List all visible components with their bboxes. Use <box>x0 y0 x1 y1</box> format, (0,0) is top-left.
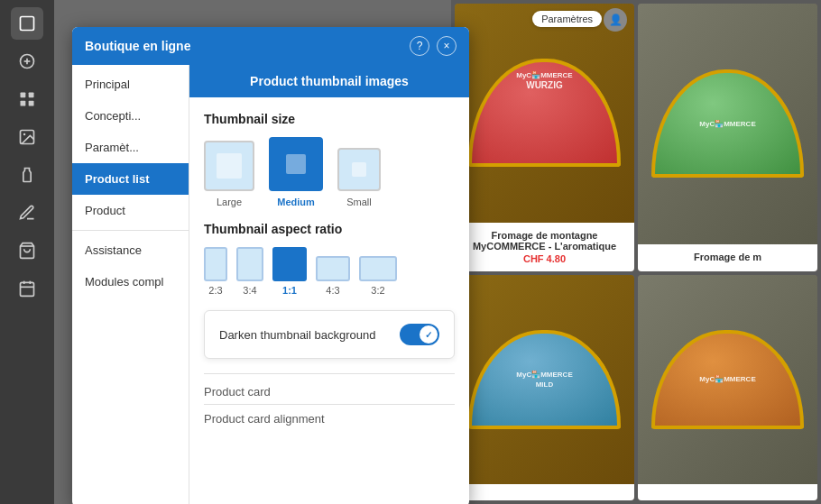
product-card: Paramètres 👤 MyC🏪MMERCE WURZIG Fromage d… <box>455 4 634 271</box>
nav-item-product-list[interactable]: Product list <box>72 163 189 195</box>
image-icon[interactable] <box>11 121 43 153</box>
left-toolbar <box>0 0 54 504</box>
close-button[interactable]: × <box>437 36 457 56</box>
tab-header: Product thumbnail images <box>189 65 469 97</box>
size-option-small[interactable]: Small <box>337 148 381 207</box>
svg-point-9 <box>23 133 25 136</box>
aspect-box-2-3 <box>204 247 227 281</box>
darken-toggle-label: Darken thumbnail background <box>219 328 375 342</box>
svg-rect-6 <box>21 101 26 106</box>
product-card-alignment-label: Product card alignment <box>204 412 455 426</box>
product-info-3 <box>455 484 634 500</box>
aspect-option-1-1[interactable]: 1:1 <box>272 247 307 296</box>
size-option-medium[interactable]: Medium <box>269 137 323 207</box>
aspect-ratio-title: Thumbnail aspect ratio <box>204 222 455 236</box>
size-box-medium-inner <box>286 154 306 174</box>
aspect-label-3-2: 3:2 <box>371 285 384 296</box>
size-options: Large Medium Small <box>204 137 455 207</box>
size-box-medium <box>269 137 323 191</box>
svg-rect-5 <box>29 93 34 98</box>
panel-header-actions: ? × <box>410 36 457 56</box>
product-image-4: MyC🏪MMERCE <box>638 275 817 485</box>
product-info-4 <box>638 484 817 500</box>
toggle-knob: ✓ <box>420 325 438 344</box>
main-area: Paramètres 👤 MyC🏪MMERCE WURZIG Fromage d… <box>54 0 821 504</box>
params-badge[interactable]: Paramètres <box>532 11 602 27</box>
product-info-2: Fromage de m <box>638 244 817 271</box>
bag-icon[interactable] <box>11 234 43 267</box>
size-box-large <box>204 141 254 191</box>
nav-item-paramet[interactable]: Paramèt... <box>72 132 189 163</box>
pen-icon[interactable] <box>11 197 43 229</box>
panel-header: Boutique en ligne ? × <box>72 27 469 65</box>
panel-body: Principal Concepti... Paramèt... Product… <box>72 65 469 504</box>
aspect-box-3-4 <box>236 247 263 281</box>
panel-content: Product thumbnail images Thumbnail size … <box>189 65 469 504</box>
size-option-large[interactable]: Large <box>204 141 254 207</box>
params-icon[interactable]: 👤 <box>604 8 627 32</box>
nav-item-principal[interactable]: Principal <box>72 69 189 100</box>
aspect-options: 2:3 3:4 1:1 4:3 <box>204 247 455 296</box>
svg-rect-4 <box>21 93 26 98</box>
size-label-small: Small <box>346 197 372 207</box>
size-label-medium: Medium <box>277 197 315 207</box>
aspect-label-1-1: 1:1 <box>282 285 297 296</box>
nav-item-assistance[interactable]: Assistance <box>72 234 189 266</box>
size-label-large: Large <box>217 197 242 207</box>
calendar-icon[interactable] <box>11 272 43 305</box>
product-card-section: Product card <box>204 373 455 399</box>
nav-item-modules[interactable]: Modules compl <box>72 266 189 298</box>
size-box-large-inner <box>217 153 242 179</box>
product-image-3: MyC🏪MMERCE MILD <box>455 275 634 485</box>
aspect-label-3-4: 3:4 <box>243 285 256 296</box>
nav-item-product[interactable]: Product <box>72 195 189 226</box>
product-name: Fromage de montagne MyCOMMERCE - L'aroma… <box>462 230 627 252</box>
svg-rect-0 <box>21 17 34 31</box>
product-info: Fromage de montagne MyCOMMERCE - L'aroma… <box>455 223 634 271</box>
product-name-2: Fromage de m <box>645 252 810 262</box>
darken-toggle-section[interactable]: Darken thumbnail background ✓ <box>204 310 455 359</box>
size-box-small <box>337 148 381 191</box>
aspect-option-3-4[interactable]: 3:4 <box>236 247 263 296</box>
product-image: MyC🏪MMERCE WURZIG <box>455 4 634 223</box>
svg-rect-11 <box>21 282 34 296</box>
nav-item-concepti[interactable]: Concepti... <box>72 100 189 132</box>
help-button[interactable]: ? <box>410 36 429 56</box>
aspect-label-2-3: 2:3 <box>208 285 222 296</box>
plus-circle-icon[interactable] <box>11 45 43 78</box>
product-card-label: Product card <box>204 385 455 399</box>
product-card-3: MyC🏪MMERCE MILD <box>455 275 634 501</box>
product-price: CHF 4.80 <box>462 253 627 264</box>
product-card: MyC🏪MMERCE Fromage de m <box>638 4 817 271</box>
aspect-box-1-1 <box>272 247 307 281</box>
product-grid: Paramètres 👤 MyC🏪MMERCE WURZIG Fromage d… <box>451 0 821 504</box>
aspect-box-3-2 <box>359 256 397 281</box>
bottle-icon[interactable] <box>11 159 43 191</box>
svg-rect-7 <box>29 101 34 106</box>
grid-icon[interactable] <box>11 83 43 115</box>
thumbnail-size-title: Thumbnail size <box>204 112 455 126</box>
toggle-check-icon: ✓ <box>425 330 432 340</box>
square-icon[interactable] <box>11 7 43 40</box>
panel-title: Boutique en ligne <box>85 39 190 53</box>
aspect-option-4-3[interactable]: 4:3 <box>316 256 350 296</box>
nav-divider <box>72 230 189 231</box>
panel-container: Boutique en ligne ? × Principal Concepti… <box>72 27 469 504</box>
panel-nav: Principal Concepti... Paramèt... Product… <box>72 65 189 504</box>
size-box-small-inner <box>352 162 366 177</box>
aspect-option-3-2[interactable]: 3:2 <box>359 256 397 296</box>
product-card-alignment-section: Product card alignment <box>204 404 455 426</box>
aspect-box-4-3 <box>316 256 350 281</box>
product-image-2: MyC🏪MMERCE <box>638 4 817 244</box>
aspect-label-4-3: 4:3 <box>326 285 339 296</box>
product-card-4: MyC🏪MMERCE <box>638 275 817 501</box>
darken-toggle-switch[interactable]: ✓ <box>400 324 439 345</box>
aspect-option-2-3[interactable]: 2:3 <box>204 247 227 296</box>
